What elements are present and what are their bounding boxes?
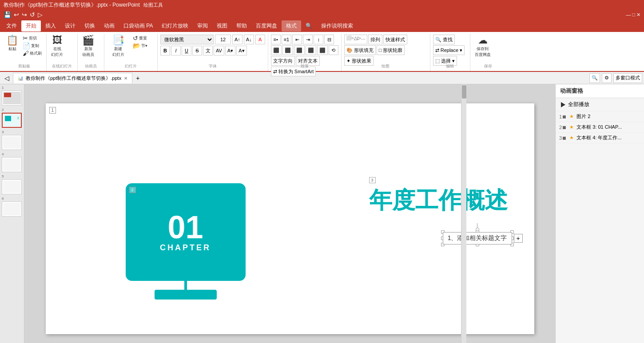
numbering-button[interactable]: ≡1: [282, 35, 292, 44]
menu-review[interactable]: 审阅: [193, 20, 212, 32]
slide-thumb-5[interactable]: [2, 179, 22, 194]
undo-btn[interactable]: ↩: [14, 11, 19, 18]
italic-button[interactable]: I: [171, 46, 181, 55]
font-size-increase[interactable]: A↑: [232, 35, 242, 44]
animation-icon: 🎬: [82, 35, 94, 45]
scrollbar-thumb[interactable]: [462, 85, 466, 99]
menu-home[interactable]: 开始: [21, 20, 41, 32]
play-all-label: 全部播放: [568, 101, 589, 108]
window-controls: — □ ✕: [626, 12, 640, 18]
subtitle-text-box[interactable]: 1、添加相关标题文字: [443, 232, 512, 244]
new-slide-button[interactable]: 📑 新建 幻灯片: [107, 35, 129, 59]
text-direction[interactable]: ⟲: [329, 45, 338, 55]
cut-button[interactable]: ✂剪切: [21, 35, 44, 42]
vertical-scrollbar[interactable]: [461, 84, 466, 343]
back-button[interactable]: ◁: [2, 74, 12, 83]
highlight-button[interactable]: A▾: [236, 46, 246, 55]
slide-thumb-1[interactable]: [2, 91, 22, 106]
new-slide-icon: 📑: [112, 35, 124, 45]
play-all-button[interactable]: 全部播放: [556, 98, 644, 111]
reset-button[interactable]: ↺重置: [131, 35, 149, 42]
slide-thumb-4[interactable]: [2, 157, 22, 172]
copy-icon: 📄: [23, 43, 30, 49]
distribute[interactable]: ⬛: [317, 45, 328, 55]
indent-decrease[interactable]: ⇤: [292, 35, 302, 44]
save-btn[interactable]: 💾: [4, 11, 11, 18]
subtitle-selection: 1、添加相关标题文字: [443, 232, 512, 244]
justify[interactable]: ⬛: [306, 45, 316, 55]
title-text[interactable]: 年度工作概述: [369, 185, 508, 216]
paste-button[interactable]: 📋 粘贴: [4, 35, 20, 53]
menu-help-search[interactable]: 操作说明搜索: [317, 20, 358, 32]
add-element-button[interactable]: +: [514, 234, 523, 243]
bold-button[interactable]: B: [160, 46, 170, 55]
redo-btn[interactable]: ↪: [22, 11, 27, 18]
underline-button[interactable]: U: [182, 46, 191, 55]
menu-file[interactable]: 文件: [2, 20, 21, 32]
font-color-button[interactable]: A▾: [225, 46, 235, 55]
align-center[interactable]: ⬛: [282, 45, 293, 55]
menu-view[interactable]: 视图: [212, 20, 232, 32]
menu-format[interactable]: 格式: [282, 20, 301, 32]
line-spacing[interactable]: ↕: [314, 35, 323, 44]
menu-animation[interactable]: 动画: [99, 20, 119, 32]
find-button[interactable]: 🔍 查找: [433, 35, 455, 44]
tab-close-btn[interactable]: ✕: [124, 76, 127, 81]
rotate-handle[interactable]: [476, 223, 479, 231]
anim-num-1: 1⏹: [559, 114, 567, 119]
monitor-element[interactable]: 2 01 CHAPTER: [126, 183, 246, 312]
columns[interactable]: ⊟: [324, 35, 334, 44]
menu-design[interactable]: 设计: [60, 20, 80, 32]
indent-increase[interactable]: ⇥: [303, 35, 313, 44]
subtitle-container[interactable]: 1、添加相关标题文字 +: [443, 232, 512, 244]
menu-insert[interactable]: 插入: [41, 20, 60, 32]
slide-preview-5: [3, 181, 21, 193]
save-baidu-button[interactable]: ☁ 保存到 百度网盘: [473, 35, 493, 59]
menu-help[interactable]: 帮助: [232, 20, 251, 32]
align-left[interactable]: ⬛: [271, 45, 282, 55]
section-button[interactable]: 📂节▾: [131, 42, 149, 49]
menu-slideshow[interactable]: 幻灯片放映: [157, 20, 193, 32]
animation-item-1[interactable]: 1⏹ ★ 图片 2: [556, 111, 644, 122]
menu-search-icon[interactable]: 🔍: [301, 21, 317, 31]
arrange-button[interactable]: 排列: [368, 35, 382, 44]
slide-thumb-6[interactable]: [2, 201, 22, 217]
document-tab[interactable]: 📊 教你制作《ppt制作工作概述章节切换》.pptx ✕: [13, 73, 132, 83]
clear-format[interactable]: A: [255, 35, 265, 44]
slide-num-3: 3: [2, 130, 4, 134]
clipboard-group: 📋 粘贴 ✂剪切 📄复制 🖌格式刷 剪贴板: [2, 34, 47, 71]
shadow-button[interactable]: 文: [203, 46, 213, 55]
quick-styles-button[interactable]: 快速样式: [383, 35, 407, 44]
slide-thumb-2[interactable]: 文: [2, 113, 22, 128]
slide-num-6: 6: [2, 197, 4, 201]
align-right[interactable]: ⬛: [294, 45, 305, 55]
main-area: 1 2 文 3 4: [0, 84, 644, 343]
baidu-save-icon: ☁: [478, 35, 488, 45]
copy-button[interactable]: 📄复制: [21, 42, 44, 49]
online-slides-button[interactable]: 🖼 在线 幻灯片: [49, 35, 65, 59]
slide-thumb-3[interactable]: [2, 135, 22, 150]
repeat-btn[interactable]: ↺: [30, 11, 35, 18]
font-size-decrease[interactable]: A↓: [244, 35, 254, 44]
menu-pocket-animation[interactable]: 口袋动画 PA: [119, 20, 157, 32]
settings-button[interactable]: ⚙: [602, 73, 612, 83]
shape-fill-button[interactable]: 🎨 形状填充: [344, 45, 376, 55]
add-tab-button[interactable]: +: [133, 73, 142, 83]
font-size-input[interactable]: [215, 35, 231, 44]
multi-window-button[interactable]: 多窗口模式: [613, 73, 642, 83]
char-spacing-button[interactable]: AV: [214, 46, 224, 55]
font-name-select[interactable]: 微软雅黑: [160, 35, 214, 44]
menu-baidu[interactable]: 百度网盘: [251, 20, 282, 32]
shapes-gallery[interactable]: ⬜○△▷…: [344, 35, 367, 44]
format-brush-button[interactable]: 🖌格式刷: [21, 50, 44, 57]
shape-outline-button[interactable]: □ 形状轮廓: [377, 45, 405, 55]
animation-item-2[interactable]: 2⏹ ★ 文本框 3: 01 CHAP...: [556, 122, 644, 133]
replace-button[interactable]: ⇄ Replace ▾: [433, 45, 465, 55]
menu-transition[interactable]: 切换: [80, 20, 99, 32]
animation-item-3[interactable]: 3⏹ ★ 文本框 4: 年度工作...: [556, 133, 644, 143]
bullets-button[interactable]: ≡•: [271, 35, 281, 44]
present-btn[interactable]: ▷: [38, 11, 43, 18]
new-animation-button[interactable]: 🎬 新加 动画员: [80, 35, 96, 59]
search-button[interactable]: 🔍: [589, 73, 600, 83]
strikethrough-button[interactable]: S: [192, 46, 202, 55]
